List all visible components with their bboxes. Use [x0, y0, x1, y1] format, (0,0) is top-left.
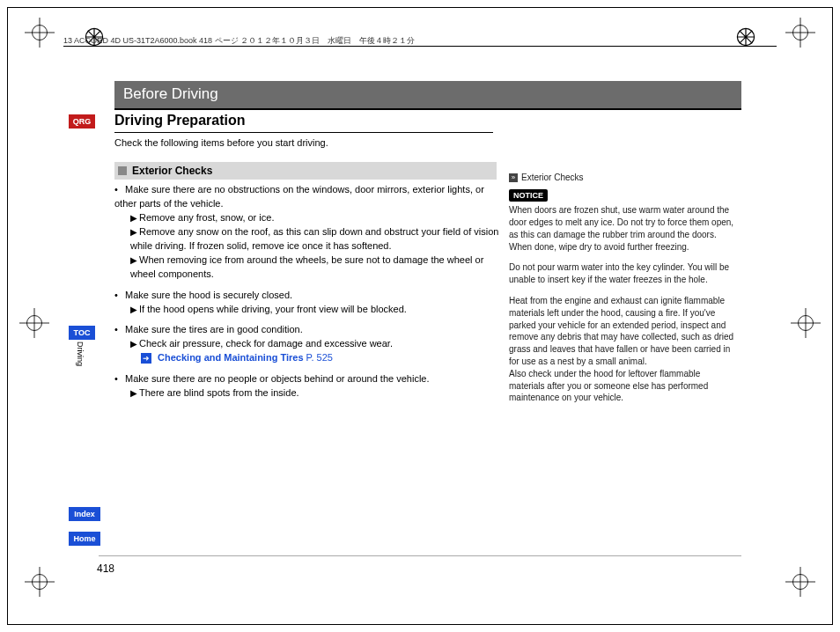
subsection-label: Exterior Checks: [132, 165, 212, 177]
main-content: •Make sure there are no obstructions on …: [114, 183, 502, 408]
subsection-heading: Exterior Checks: [114, 162, 497, 180]
registration-mark-icon: [791, 308, 821, 338]
side-paragraph: Do not pour warm water into the key cyli…: [509, 261, 736, 286]
subbullet-text: Remove any frost, snow, or ice.: [139, 212, 274, 223]
arrow-icon: ▶: [130, 255, 137, 265]
bullet-text: Make sure the hood is securely closed.: [125, 290, 292, 300]
subbullet-text: If the hood opens while driving, your fr…: [139, 304, 407, 314]
side-heading-label: Exterior Checks: [521, 172, 584, 184]
chevrons-icon: »: [509, 173, 518, 182]
tab-home[interactable]: Home: [69, 532, 100, 546]
side-column: » Exterior Checks NOTICE When doors are …: [509, 172, 736, 413]
list-item: •Make sure there are no people or object…: [114, 372, 502, 401]
registration-mark-icon: [25, 18, 55, 48]
arrow-icon: ▶: [130, 388, 137, 398]
bottom-rule: [99, 555, 741, 556]
xref-icon: ➜: [141, 353, 151, 364]
list-item: •Make sure the tires are in good conditi…: [114, 323, 502, 365]
subbullet-text: When removing ice from around the wheels…: [130, 254, 483, 279]
tab-toc[interactable]: TOC: [69, 326, 95, 340]
subbullet-text: Check air pressure, check for damage and…: [139, 338, 393, 349]
chapter-heading: Before Driving: [114, 81, 741, 110]
square-bullet-icon: [118, 166, 127, 175]
bullet-text: Make sure the tires are in good conditio…: [125, 324, 303, 334]
side-paragraph: Also check under the hood for leftover f…: [509, 368, 736, 404]
bullet-text: Make sure there are no people or objects…: [125, 373, 430, 384]
side-paragraph: Heat from the engine and exhaust can ign…: [509, 295, 736, 368]
section-title: Driving Preparation: [114, 113, 245, 129]
arrow-icon: ▶: [130, 227, 137, 237]
arrow-icon: ▶: [130, 339, 137, 349]
tab-index[interactable]: Index: [69, 507, 100, 521]
side-paragraph: When doors are frozen shut, use warm wat…: [509, 204, 736, 253]
arrow-icon: ▶: [130, 213, 137, 223]
registration-mark-icon: [25, 567, 55, 597]
registration-mark-icon: [785, 18, 815, 48]
list-item: •Make sure there are no obstructions on …: [114, 183, 502, 282]
page-number: 418: [97, 562, 114, 575]
xref-link[interactable]: Checking and Maintaining Tires: [158, 352, 303, 363]
subbullet-text: There are blind spots from the inside.: [139, 387, 299, 398]
tab-qrg[interactable]: QRG: [69, 114, 95, 129]
notice-badge: NOTICE: [509, 189, 548, 202]
side-heading: » Exterior Checks: [509, 172, 736, 184]
header-rule: [63, 46, 777, 47]
list-item: •Make sure the hood is securely closed. …: [114, 289, 502, 317]
section-rule: [114, 132, 493, 133]
arrow-icon: ▶: [130, 305, 137, 314]
bullet-text: Make sure there are no obstructions on t…: [114, 184, 484, 209]
registration-mark-icon: [785, 567, 815, 597]
registration-mark-icon: [19, 308, 49, 338]
section-intro: Check the following items before you sta…: [114, 137, 493, 148]
xref-page[interactable]: P. 525: [306, 352, 333, 363]
chapter-side-label: Driving: [76, 342, 85, 366]
subbullet-text: Remove any snow on the roof, as this can…: [130, 226, 498, 251]
